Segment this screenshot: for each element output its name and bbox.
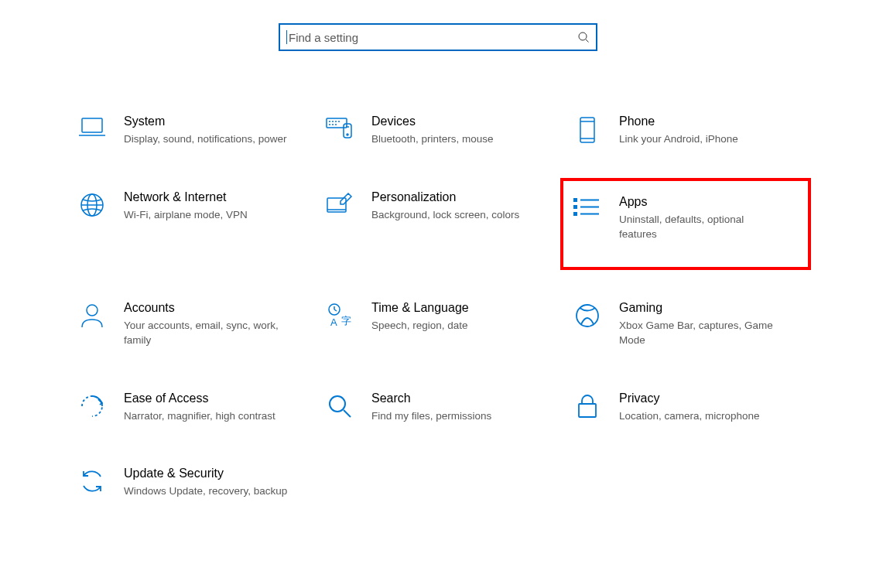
- tile-desc: Xbox Game Bar, captures, Game Mode: [619, 318, 783, 348]
- tile-title: Search: [371, 391, 536, 405]
- tile-desc: Display, sound, notifications, power: [124, 132, 288, 147]
- search-box[interactable]: [279, 23, 597, 51]
- tile-desc: Narrator, magnifier, high contrast: [124, 409, 288, 424]
- svg-line-31: [334, 309, 337, 311]
- tile-text: Search Find my files, permissions: [371, 391, 551, 424]
- tile-apps[interactable]: Apps Uninstall, defaults, optional featu…: [570, 187, 802, 261]
- tile-system[interactable]: System Display, sound, notifications, po…: [74, 111, 306, 150]
- svg-point-0: [579, 32, 587, 40]
- paintbrush-icon: [325, 190, 354, 217]
- tile-desc: Background, lock screen, colors: [371, 207, 536, 223]
- search-icon: [577, 31, 590, 43]
- person-icon: [77, 301, 107, 329]
- globe-icon: [77, 190, 107, 218]
- tile-title: Apps: [619, 195, 783, 209]
- tile-phone[interactable]: Phone Link your Android, iPhone: [570, 111, 802, 150]
- svg-line-36: [344, 410, 351, 417]
- svg-point-12: [347, 134, 348, 135]
- phone-icon: [573, 115, 602, 144]
- tile-text: Personalization Background, lock screen,…: [371, 190, 551, 223]
- tile-text: Time & Language Speech, region, date: [371, 301, 551, 333]
- tile-text: Gaming Xbox Game Bar, captures, Game Mod…: [619, 301, 799, 348]
- sync-icon: [77, 467, 107, 494]
- svg-rect-24: [574, 206, 577, 208]
- tile-text: Ease of Access Narrator, magnifier, high…: [124, 391, 303, 424]
- svg-text:字: 字: [341, 315, 351, 326]
- tile-title: Time & Language: [371, 301, 536, 315]
- svg-rect-37: [579, 404, 596, 417]
- tile-text: Devices Bluetooth, printers, mouse: [371, 115, 551, 147]
- tile-title: Privacy: [619, 391, 783, 405]
- tile-devices[interactable]: Devices Bluetooth, printers, mouse: [322, 111, 554, 150]
- tile-text: System Display, sound, notifications, po…: [124, 115, 303, 147]
- tile-desc: Find my files, permissions: [371, 409, 536, 424]
- tile-update-security[interactable]: Update & Security Windows Update, recove…: [74, 463, 306, 502]
- tile-desc: Link your Android, iPhone: [619, 132, 783, 147]
- text-caret: [286, 30, 287, 44]
- tile-text: Phone Link your Android, iPhone: [619, 115, 799, 147]
- tile-title: Network & Internet: [124, 190, 288, 204]
- devices-icon: [325, 115, 354, 141]
- lock-icon: [573, 391, 602, 419]
- tile-accounts[interactable]: Accounts Your accounts, email, sync, wor…: [74, 298, 306, 351]
- tile-search[interactable]: Search Find my files, permissions: [322, 388, 554, 427]
- tile-title: Update & Security: [124, 467, 288, 480]
- svg-point-35: [330, 396, 345, 412]
- tile-title: Accounts: [124, 301, 288, 315]
- tile-network[interactable]: Network & Internet Wi-Fi, airplane mode,…: [74, 187, 306, 261]
- tile-title: Ease of Access: [124, 391, 288, 405]
- tile-desc: Wi-Fi, airplane mode, VPN: [124, 207, 288, 223]
- ease-of-access-icon: [77, 391, 107, 419]
- tile-text: Privacy Location, camera, microphone: [619, 391, 799, 424]
- tile-text: Network & Internet Wi-Fi, airplane mode,…: [124, 190, 303, 223]
- tile-text: Accounts Your accounts, email, sync, wor…: [124, 301, 303, 348]
- tile-desc: Speech, region, date: [371, 318, 536, 333]
- svg-line-1: [586, 39, 589, 43]
- svg-text:A: A: [330, 316, 337, 328]
- tile-title: Phone: [619, 115, 783, 128]
- tile-text: Apps Uninstall, defaults, optional featu…: [619, 195, 799, 242]
- tile-desc: Windows Update, recovery, backup: [124, 484, 288, 499]
- tile-ease-of-access[interactable]: Ease of Access Narrator, magnifier, high…: [74, 388, 306, 427]
- tile-privacy[interactable]: Privacy Location, camera, microphone: [570, 388, 802, 427]
- search-container: [0, 0, 876, 57]
- tile-personalization[interactable]: Personalization Background, lock screen,…: [322, 187, 554, 261]
- search-input[interactable]: [289, 31, 577, 44]
- tile-title: Gaming: [619, 301, 783, 315]
- svg-rect-2: [82, 118, 102, 132]
- apps-list-icon: [573, 195, 602, 218]
- time-language-icon: A 字: [325, 301, 354, 329]
- tile-desc: Your accounts, email, sync, work, family: [124, 318, 288, 348]
- laptop-icon: [77, 115, 107, 139]
- tile-desc: Uninstall, defaults, optional features: [619, 212, 783, 242]
- svg-point-28: [87, 305, 98, 316]
- tile-desc: Bluetooth, printers, mouse: [371, 132, 536, 147]
- tile-title: System: [124, 115, 288, 128]
- tile-time-language[interactable]: A 字 Time & Language Speech, region, date: [322, 298, 554, 351]
- settings-grid: System Display, sound, notifications, po…: [0, 57, 876, 502]
- tile-text: Update & Security Windows Update, recove…: [124, 467, 303, 499]
- xbox-icon: [573, 301, 602, 329]
- tile-gaming[interactable]: Gaming Xbox Game Bar, captures, Game Mod…: [570, 298, 802, 351]
- magnifier-icon: [325, 391, 354, 419]
- tile-title: Personalization: [371, 190, 536, 204]
- svg-rect-26: [574, 213, 577, 215]
- tile-title: Devices: [371, 115, 536, 128]
- svg-rect-22: [574, 199, 577, 201]
- tile-desc: Location, camera, microphone: [619, 409, 783, 424]
